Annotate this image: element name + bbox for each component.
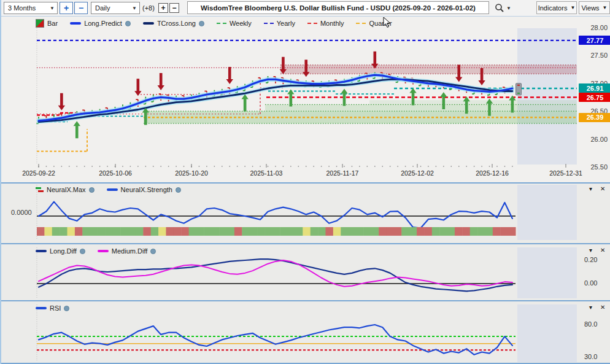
diff-panel[interactable]: [1, 243, 610, 300]
range-select[interactable]: 3 Months ▼: [4, 2, 58, 14]
neuralx-collapse-button[interactable]: ▾: [589, 186, 592, 192]
diff-collapse-button[interactable]: ▾: [589, 247, 592, 254]
period-select[interactable]: Daily ▼: [91, 2, 140, 14]
rsi-legend-item-rsi[interactable]: RSI: [36, 304, 69, 312]
legend-label: Yearly: [277, 20, 295, 27]
price-legend-item-weekly[interactable]: Weekly: [217, 20, 252, 27]
line-swatch: [36, 307, 47, 309]
info-icon[interactable]: [199, 21, 204, 26]
chevron-down-icon: ▼: [603, 5, 608, 10]
rsi-panel[interactable]: [1, 300, 610, 364]
legend-label: TCross.Long: [157, 20, 196, 27]
dashed-line-swatch: [307, 23, 317, 24]
price-chart-panel[interactable]: [1, 16, 610, 182]
legend-label: Medium.Diff: [112, 247, 147, 255]
rsi-close-button[interactable]: ✕: [600, 304, 605, 311]
search-dropdown-caret[interactable]: ▼: [506, 6, 511, 11]
range-zoom-in-button[interactable]: +: [60, 2, 73, 14]
info-icon[interactable]: [64, 306, 69, 311]
indicators-button[interactable]: Indicators ▼: [536, 1, 577, 14]
price-legend-item-long-predict[interactable]: Long.Predict: [70, 20, 131, 27]
diff-legend-item-medium-diff[interactable]: Medium.Diff: [98, 247, 156, 255]
legend-label: NeuralX.Max: [47, 186, 86, 193]
info-icon[interactable]: [80, 249, 85, 254]
legend-label: Long.Diff: [50, 247, 77, 255]
legend-label: Weekly: [230, 20, 252, 27]
neuralx-legend-item-neuralx-strength[interactable]: NeuralX.Strength: [107, 186, 181, 193]
neuralx-close-button[interactable]: ✕: [600, 186, 605, 192]
views-button[interactable]: Views ▼: [579, 1, 610, 14]
symbol-title[interactable]: WisdomTree Bloomberg U.S. Dollar Bullish…: [187, 1, 489, 14]
dashed-line-swatch: [356, 23, 366, 24]
legend-label: Bar: [47, 20, 58, 27]
price-legend-item-tcross-long[interactable]: TCross.Long: [143, 20, 204, 27]
line-swatch: [70, 22, 81, 25]
info-icon[interactable]: [89, 187, 95, 193]
bar-style-icon: [36, 19, 44, 28]
info-icon[interactable]: [176, 187, 181, 193]
search-icon[interactable]: [495, 3, 504, 13]
diff-close-button[interactable]: ✕: [600, 247, 605, 254]
legend-label: RSI: [50, 304, 61, 312]
info-icon[interactable]: [125, 21, 131, 26]
period-select-value: Daily: [95, 4, 110, 12]
line-swatch: [98, 250, 109, 252]
chevron-down-icon: ▼: [132, 6, 137, 11]
range-zoom-out-button[interactable]: −: [74, 2, 88, 14]
neuralx-legend: NeuralX.MaxNeuralX.Strength: [36, 185, 181, 194]
remove-bars-button[interactable]: −: [169, 3, 179, 13]
chevron-down-icon: ▼: [570, 5, 575, 10]
line-swatch: [107, 188, 118, 191]
rsi-legend: RSI: [36, 304, 69, 312]
rsi-collapse-button[interactable]: ▾: [589, 304, 592, 311]
price-legend-item-yearly[interactable]: Yearly: [264, 20, 295, 27]
add-bars-button[interactable]: +: [158, 3, 168, 13]
price-legend-item-bar[interactable]: Bar: [36, 19, 58, 28]
bar-count-label: (+8): [142, 4, 155, 12]
dashed-line-swatch: [264, 23, 274, 24]
toolbar: 3 Months ▼ + − Daily ▼ (+8) + − WisdomTr…: [1, 0, 610, 17]
legend-label: Long.Predict: [84, 20, 122, 27]
legend-label: Monthly: [320, 20, 344, 27]
dashed-line-swatch: [217, 23, 226, 24]
info-icon[interactable]: [150, 249, 156, 254]
mouse-cursor: [383, 17, 392, 29]
trading-app-window: 3 Months ▼ + − Daily ▼ (+8) + − WisdomTr…: [0, 0, 610, 364]
line-swatch: [143, 22, 154, 25]
line-swatch: [36, 250, 47, 252]
legend-label: NeuralX.Strength: [121, 186, 172, 193]
chevron-down-icon: ▼: [50, 6, 55, 11]
neuralx-legend-item-neuralx-max[interactable]: NeuralX.Max: [36, 186, 95, 193]
range-select-value: 3 Months: [8, 4, 36, 12]
diff-legend-item-long-diff[interactable]: Long.Diff: [36, 247, 85, 255]
histogram-icon: [36, 187, 44, 193]
price-legend-item-monthly[interactable]: Monthly: [307, 20, 344, 27]
